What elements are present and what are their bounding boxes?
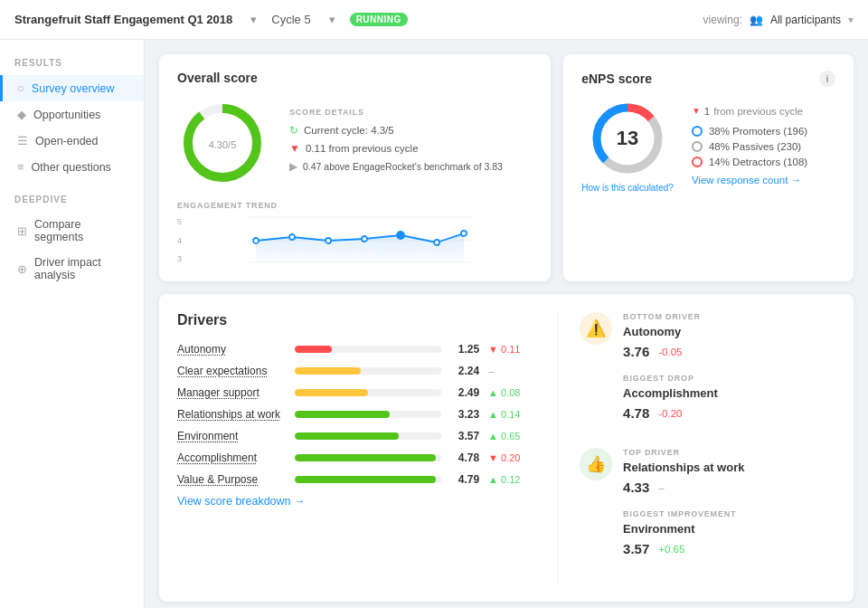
score-details-heading: SCORE DETAILS (289, 108, 533, 117)
enps-change-arrow-icon: ▼ (692, 106, 701, 116)
svg-point-9 (362, 236, 367, 242)
view-breakdown-link[interactable]: View score breakdown → (177, 495, 535, 508)
driver-name-autonomy[interactable]: Autonomy (177, 343, 286, 356)
enps-passives-label: 48% Passives (230) (709, 141, 801, 152)
sidebar-item-open-ended[interactable]: ☰ Open-ended (0, 128, 144, 154)
insights-warning-group: ⚠️ BOTTOM DRIVER Autonomy 3.76 -0.05 (580, 312, 835, 435)
trend-label: ENGAGEMENT TREND (177, 201, 533, 210)
enps-detractors-row: 14% Detractors (108) (692, 157, 835, 167)
top-row: Overall score 4.30/5 SCORE DETAILS (159, 54, 854, 281)
enps-passives-row: 48% Passives (230) (692, 141, 835, 152)
sidebar-item-compare-segments[interactable]: ⊞ Compare segments (0, 212, 144, 250)
trend-chart-svg (187, 215, 533, 265)
insights-warning-content: BOTTOM DRIVER Autonomy 3.76 -0.05 BIGGES… (623, 312, 718, 435)
top-driver-score: 4.33 (623, 480, 649, 495)
driver-row-autonomy: Autonomy 1.25 ▼ 0.11 (177, 343, 535, 356)
sidebar-item-survey-overview[interactable]: ○ Survey overview (0, 75, 144, 101)
driver-bar-autonomy (295, 346, 332, 353)
biggest-improvement-section: BIGGEST IMPROVEMENT Environment 3.57 +0.… (623, 509, 744, 556)
sidebar-item-label: Open-ended (35, 135, 99, 147)
enps-change-row: ▼ 1 from previous cycle (692, 106, 835, 117)
current-cycle-row: ↻ Current cycle: 4.3/5 (289, 124, 533, 137)
promoters-dot (692, 126, 703, 137)
driver-bar-container-value-purpose (295, 476, 441, 483)
other-questions-icon: ≡ (17, 160, 24, 174)
sidebar-item-label: Opportunities (33, 109, 100, 121)
driver-change-value-purpose: ▲ 0.12 (488, 474, 535, 485)
top-driver-change: – (658, 482, 664, 493)
driver-name-accomplishment[interactable]: Accomplishment (177, 451, 286, 464)
svg-point-11 (434, 240, 439, 245)
driver-score-relationships: 3.23 (450, 408, 479, 421)
biggest-improvement-name: Environment (623, 522, 744, 536)
score-details: SCORE DETAILS ↻ Current cycle: 4.3/5 ▼ 0… (289, 108, 533, 178)
biggest-drop-label: BIGGEST DROP (623, 374, 718, 383)
trend-chart-wrap: 543 (177, 215, 533, 265)
enps-how-calculated[interactable]: How is this calculated? (581, 183, 674, 193)
sidebar-item-label: Other questions (32, 161, 111, 174)
enps-donut-section: 13 How is this calculated? (581, 98, 674, 193)
topbar-right: viewing: 👥 All participants ▾ (703, 14, 854, 26)
driver-change-clear-expectations: – (488, 366, 535, 376)
topbar-cycle[interactable]: Cycle 5 (271, 13, 310, 26)
bottom-driver-score: 3.76 (623, 344, 649, 359)
topbar-participants-icon: 👥 (750, 14, 763, 26)
sidebar-item-driver-impact[interactable]: ⊕ Driver impact analysis (0, 250, 144, 288)
driver-score-accomplishment: 4.78 (450, 451, 479, 464)
biggest-improvement-label: BIGGEST IMPROVEMENT (623, 509, 744, 518)
current-cycle-icon: ↻ (289, 124, 298, 137)
driver-row-environment: Environment 3.57 ▲ 0.65 (177, 430, 535, 442)
enps-promoters-row: 38% Promoters (196) (692, 126, 835, 137)
score-main: 4.30/5 SCORE DETAILS ↻ Current cycle: 4.… (177, 98, 533, 188)
biggest-drop-change: -0.20 (658, 408, 682, 419)
passives-dot (692, 141, 703, 152)
driver-name-value-purpose[interactable]: Value & Purpose (177, 473, 286, 486)
driver-change-autonomy: ▼ 0.11 (488, 344, 535, 355)
enps-card: eNPS score i (563, 54, 854, 281)
topbar-participants-label[interactable]: All participants (770, 14, 841, 26)
driver-name-manager-support[interactable]: Manager support (177, 386, 286, 399)
warning-icon-wrap: ⚠️ (580, 312, 612, 345)
driver-change-manager-support: ▲ 0.08 (488, 387, 535, 398)
driver-change-relationships: ▲ 0.14 (488, 409, 535, 420)
driver-bar-container-manager-support (295, 389, 441, 396)
driver-score-environment: 3.57 (450, 430, 479, 442)
insights-good-content: TOP DRIVER Relationships at work 4.33 – … (623, 448, 744, 571)
enps-details: ▼ 1 from previous cycle 38% Promoters (1… (692, 106, 835, 185)
drivers-right: ⚠️ BOTTOM DRIVER Autonomy 3.76 -0.05 (557, 312, 835, 584)
open-ended-icon: ☰ (17, 134, 28, 147)
driver-name-environment[interactable]: Environment (177, 430, 286, 442)
driver-name-relationships[interactable]: Relationships at work (177, 408, 286, 421)
view-response-count[interactable]: View response count → (692, 175, 835, 185)
sidebar-item-label: Driver impact analysis (34, 256, 129, 281)
topbar-cycle-chevron: ▾ (329, 13, 335, 26)
driver-change-accomplishment: ▼ 0.20 (488, 452, 535, 463)
driver-name-clear-expectations[interactable]: Clear expectations (177, 365, 286, 377)
topbar-participants-chevron: ▾ (848, 14, 854, 26)
driver-score-value-purpose: 4.79 (450, 473, 479, 486)
driver-bar-value-purpose (295, 476, 436, 483)
sidebar-item-other-questions[interactable]: ≡ Other questions (0, 154, 144, 180)
driver-bar-clear-expectations (295, 367, 361, 375)
enps-promoters-label: 38% Promoters (196) (709, 126, 807, 137)
enps-info-button[interactable]: i (819, 71, 835, 87)
sidebar-item-opportunities[interactable]: ◆ Opportunities (0, 101, 144, 128)
bottom-driver-row: 3.76 -0.05 (623, 344, 718, 359)
warning-icon: ⚠️ (586, 318, 606, 338)
enps-score-label: 13 (617, 127, 638, 150)
driver-impact-icon: ⊕ (17, 262, 27, 276)
compare-segments-icon: ⊞ (17, 224, 27, 238)
driver-bar-container-accomplishment (295, 454, 441, 461)
current-cycle-label: Current cycle: 4.3/5 (304, 125, 394, 136)
driver-row-clear-expectations: Clear expectations 2.24 – (177, 365, 535, 377)
svg-point-7 (289, 234, 295, 240)
topbar: Strangefruit Staff Engagement Q1 2018 ▾ … (0, 0, 868, 40)
biggest-improvement-row: 3.57 +0.65 (623, 541, 744, 556)
drivers-title: Drivers (177, 312, 535, 328)
biggest-drop-name: Accomplishment (623, 386, 718, 400)
biggest-drop-score: 4.78 (623, 405, 649, 421)
driver-row-relationships: Relationships at work 3.23 ▲ 0.14 (177, 408, 535, 421)
enps-body: 13 How is this calculated? ▼ 1 from prev… (581, 98, 835, 193)
driver-score-autonomy: 1.25 (450, 343, 479, 356)
opportunities-icon: ◆ (17, 108, 26, 121)
